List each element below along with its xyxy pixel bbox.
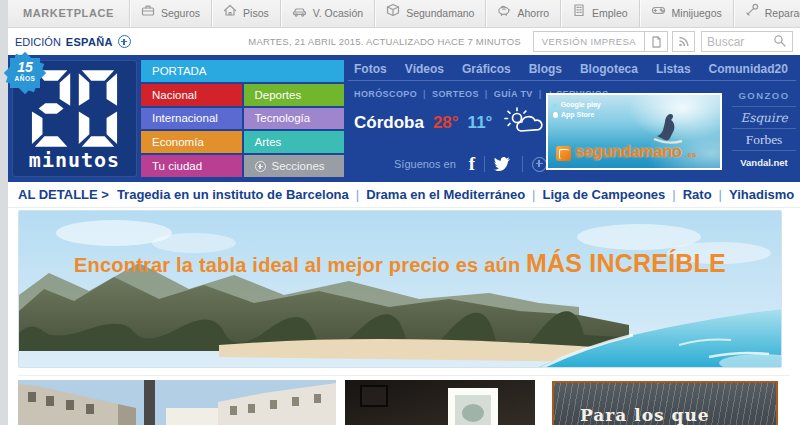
sections-plus-icon: [255, 161, 266, 172]
partner-gonzoo[interactable]: GONZOO: [732, 85, 796, 107]
tab-minijuegos[interactable]: Minijuegos: [639, 0, 733, 27]
wrench-icon: [745, 0, 759, 27]
menu-item-label: Secciones: [272, 160, 325, 172]
article-image-gallery[interactable]: [345, 380, 535, 425]
nav-fotos[interactable]: Fotos: [354, 62, 387, 76]
nav-graficos[interactable]: Gráficos: [462, 62, 511, 76]
plus-circle-icon: [118, 35, 131, 48]
marketplace-title[interactable]: MARKETPLACE: [8, 0, 129, 27]
al-detalle-label: AL DETALLE >: [18, 187, 109, 202]
tab-label: Segundamano: [406, 0, 474, 27]
menu-item-nacional[interactable]: Nacional: [141, 84, 242, 106]
tab-label: V. Ocasión: [313, 0, 363, 27]
tab-label: Pisos: [243, 0, 269, 27]
partner-esquire[interactable]: Esquire: [732, 107, 796, 129]
bottom-article-row: Para los que: [18, 375, 790, 425]
promo-rain-banner[interactable]: Para los que: [552, 381, 778, 425]
app-store-label: App Store: [561, 110, 594, 120]
follow-row: Síguenos en f: [394, 153, 547, 175]
search-icon[interactable]: [773, 33, 786, 51]
facebook-icon[interactable]: f: [469, 153, 475, 175]
print-version-button[interactable]: VERSIÓN IMPRESA: [533, 31, 668, 52]
site-logo[interactable]: minutos 15 años: [12, 60, 137, 177]
promo-text: Para los que: [580, 405, 710, 425]
tab-reparaciones[interactable]: Reparaciones: [733, 0, 800, 27]
weather-city[interactable]: Córdoba: [354, 113, 424, 133]
nav-blogoteca[interactable]: Blogoteca: [580, 62, 638, 76]
edition-label: EDICIÓN: [15, 36, 61, 48]
anniversary-badge: 15 años: [6, 54, 44, 92]
main-menu: PORTADA Nacional Deportes Internacional …: [141, 60, 344, 177]
site-header: minutos 15 años PORTADA Nacional Deporte…: [8, 55, 800, 182]
hero-banner-ad[interactable]: Encontrar la tabla ideal al mejor precio…: [18, 210, 782, 368]
header-right: Fotos Vídeos Gráficos Blogs Blogoteca Li…: [348, 57, 796, 180]
detalle-link-1[interactable]: Tragedia en un instituto de Barcelona: [117, 187, 349, 202]
detalle-link-5[interactable]: Yihadismo: [729, 187, 794, 202]
printer-icon: [644, 32, 667, 51]
edition-value: ESPAÑA: [66, 36, 113, 48]
partner-logos: GONZOO Esquire Forbes Vandal.net: [732, 85, 796, 173]
tab-empleo[interactable]: Empleo: [560, 0, 639, 27]
menu-item-tecnologia[interactable]: Tecnología: [244, 108, 345, 130]
link-guia-tv[interactable]: GUÍA TV: [494, 89, 533, 99]
hero-headline: Encontrar la tabla ideal al mejor precio…: [19, 249, 781, 278]
partner-vandal[interactable]: Vandal.net: [732, 151, 796, 173]
menu-item-deportes[interactable]: Deportes: [244, 84, 345, 106]
divider: [522, 156, 523, 172]
tab-label: Reparaciones: [765, 0, 800, 27]
partner-forbes[interactable]: Forbes: [732, 129, 796, 151]
detalle-link-2[interactable]: Drama en el Mediterráneo: [366, 187, 525, 202]
tab-ahorro[interactable]: Ahorro: [485, 0, 560, 27]
rss-button[interactable]: [672, 31, 695, 52]
weather-low-temp: 11°: [468, 113, 493, 133]
menu-item-portada[interactable]: PORTADA: [141, 60, 344, 82]
ad-brand: segundamano .es: [556, 142, 696, 161]
nav-listas[interactable]: Listas: [656, 62, 691, 76]
more-social-icon[interactable]: [532, 157, 547, 172]
tab-pisos[interactable]: Pisos: [211, 0, 280, 27]
ad-creative: ▶Google play App Store segundamano .es: [548, 95, 720, 168]
promo-card: Para los que: [544, 380, 790, 425]
menu-item-internacional[interactable]: Internacional: [141, 108, 242, 130]
search-box: [701, 31, 793, 52]
marketplace-bar: MARKETPLACE Seguros Pisos V. Ocasión Seg…: [8, 0, 800, 28]
badge-text: años: [6, 75, 44, 82]
edition-selector[interactable]: EDICIÓN ESPAÑA: [15, 35, 131, 48]
weather-high-temp: 28°: [433, 113, 459, 133]
page: MARKETPLACE Seguros Pisos V. Ocasión Seg…: [8, 0, 800, 425]
tab-v-ocasion[interactable]: V. Ocasión: [280, 0, 374, 27]
article-image-street[interactable]: [18, 380, 336, 425]
tab-seguros[interactable]: Seguros: [129, 0, 211, 27]
beach-landscape: [19, 211, 782, 368]
link-sorteos[interactable]: SORTEOS: [432, 89, 479, 99]
tab-label: Empleo: [592, 0, 628, 27]
detalle-link-3[interactable]: Liga de Campeones: [543, 187, 666, 202]
menu-item-secciones[interactable]: Secciones: [244, 155, 345, 177]
rss-icon: [677, 35, 690, 48]
ad-brand-tld: .es: [685, 150, 696, 161]
search-input[interactable]: [707, 35, 773, 49]
top-utility-bar: EDICIÓN ESPAÑA MARTES, 21 ABRIL 2015. AC…: [8, 28, 800, 55]
segundamano-box-icon: [556, 146, 571, 161]
cube-icon: [386, 0, 400, 27]
nav-comunidad20[interactable]: Comunidad20: [709, 62, 788, 76]
menu-item-artes[interactable]: Artes: [244, 131, 345, 153]
tab-label: Ahorro: [517, 0, 549, 27]
menu-item-economia[interactable]: Economía: [141, 131, 242, 153]
nav-videos[interactable]: Vídeos: [405, 62, 444, 76]
segundamano-ad[interactable]: ▶Google play App Store segundamano .es: [546, 93, 722, 170]
google-play-label: Google play: [561, 100, 601, 110]
detalle-link-4[interactable]: Rato: [683, 187, 712, 202]
piggy-bank-icon: [497, 0, 511, 27]
logo-wordmark: minutos: [12, 148, 137, 172]
menu-item-tu-ciudad[interactable]: Tu ciudad: [141, 155, 242, 177]
apple-icon: [553, 112, 558, 118]
tab-label: Minijuegos: [672, 0, 722, 27]
header-nav: Fotos Vídeos Gráficos Blogs Blogoteca Li…: [348, 57, 796, 81]
nav-blogs[interactable]: Blogs: [529, 62, 562, 76]
link-horoscopo[interactable]: HORÓSCOPO: [354, 89, 417, 99]
twitter-icon[interactable]: [494, 156, 513, 172]
tab-segundamano[interactable]: Segundamano: [374, 0, 485, 27]
marketplace-tabs: MARKETPLACE Seguros Pisos V. Ocasión Seg…: [8, 0, 800, 28]
briefcase-icon: [141, 0, 155, 27]
